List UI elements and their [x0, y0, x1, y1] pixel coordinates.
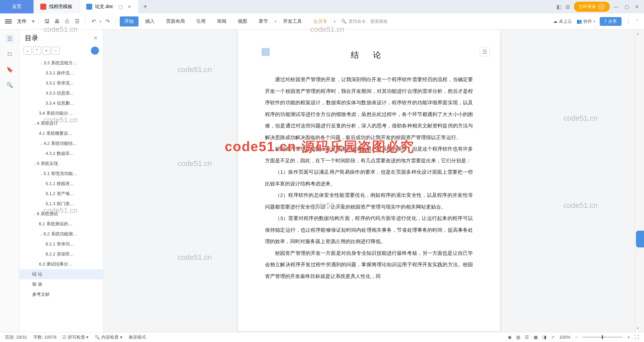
- save-icon[interactable]: 🖫: [43, 17, 51, 25]
- remove-icon[interactable]: −: [52, 47, 60, 55]
- search-rail-icon[interactable]: 🔍: [6, 81, 14, 89]
- ribbon-devtools[interactable]: 开发工具: [278, 16, 307, 26]
- view-mode-icon[interactable]: ▥: [516, 335, 520, 340]
- bookmark-icon[interactable]: 🔖: [6, 65, 14, 73]
- collapse-icon[interactable]: ⌃: [635, 19, 639, 24]
- outline-item[interactable]: 3.3.3 信息添…: [19, 88, 103, 98]
- outline-item[interactable]: ⌄4.2 系统功能结…: [19, 138, 103, 149]
- outline-item[interactable]: ⌄6 系统测试: [19, 209, 103, 219]
- outline-item[interactable]: 4.3.2 数据库…: [19, 149, 103, 159]
- zoom-value[interactable]: 100%: [559, 335, 571, 340]
- print-icon[interactable]: 🖶: [53, 17, 61, 25]
- share-button[interactable]: ⤴ 分享: [600, 17, 622, 26]
- ai-icon[interactable]: [91, 47, 99, 55]
- ribbon-chapter[interactable]: 章节: [254, 16, 273, 26]
- scroll-up-icon[interactable]: ▴: [637, 32, 639, 35]
- compat-mode[interactable]: 兼容模式: [128, 334, 146, 340]
- add-icon[interactable]: +: [42, 47, 50, 55]
- zoom-slider[interactable]: [582, 337, 623, 338]
- layout-mode-icon[interactable]: ☰: [525, 335, 529, 340]
- paragraph-handle-icon[interactable]: [262, 48, 270, 56]
- window-icon[interactable]: ▢: [118, 4, 123, 9]
- outline-list[interactable]: ⌄3.3 系统流程方…3.3.1 操作流…3.3.2 登录流…3.3.3 信息添…: [19, 58, 103, 332]
- zoom-in-icon[interactable]: +: [627, 335, 630, 340]
- outline-item[interactable]: 5.1.2 资产维…: [19, 189, 103, 199]
- cloud-status[interactable]: ☁ 未上云: [553, 18, 572, 24]
- maximize-button[interactable]: ▢: [625, 4, 629, 9]
- vertical-scrollbar[interactable]: ▴ ▾: [635, 30, 644, 332]
- fit-icon[interactable]: ⤢: [551, 335, 555, 340]
- collab-button[interactable]: 👥 协作 ▾: [577, 18, 595, 24]
- fullscreen-icon[interactable]: ⛶: [635, 335, 639, 340]
- chevron-down-icon[interactable]: ⌄: [39, 232, 44, 236]
- chevron-down-icon[interactable]: ⌄: [39, 172, 44, 176]
- login-button[interactable]: 立即登录: [574, 2, 610, 12]
- close-button[interactable]: ✕: [635, 4, 639, 9]
- outline-item[interactable]: 结 论: [19, 269, 103, 279]
- outline-item[interactable]: 3.3.1 操作流…: [19, 68, 103, 78]
- chevron-down-icon[interactable]: ⌄: [32, 212, 37, 216]
- outline-item[interactable]: ⌄5 系统实现: [19, 159, 103, 169]
- new-tab-button[interactable]: +: [138, 3, 152, 11]
- collapse-all-icon[interactable]: ⌄: [23, 47, 32, 55]
- spell-check[interactable]: ☑ 拼写检查 ▾: [62, 334, 89, 340]
- layout-icon[interactable]: ◧: [556, 4, 561, 10]
- chevron-down-icon[interactable]: ⌄: [32, 162, 37, 166]
- chevron-down-icon[interactable]: ⌄: [32, 122, 37, 125]
- format-icon[interactable]: ☰: [73, 17, 81, 25]
- tab-template[interactable]: 找稻壳模板: [34, 0, 79, 13]
- preview-icon[interactable]: ⎙: [63, 17, 71, 25]
- scroll-down-icon[interactable]: ▾: [637, 326, 639, 330]
- redo-icon[interactable]: ↷: [103, 17, 111, 25]
- ribbon-reference[interactable]: 引用: [192, 16, 210, 26]
- content-check[interactable]: 🔍 内容检查 ▾: [95, 334, 122, 340]
- close-icon[interactable]: ✕: [127, 4, 131, 9]
- outline-item[interactable]: 6.3 测试结果分…: [19, 259, 103, 269]
- read-mode-icon[interactable]: ◨: [542, 335, 546, 340]
- eye-icon[interactable]: ◉: [508, 335, 512, 340]
- grid-mode-icon[interactable]: ▦: [534, 335, 538, 340]
- outline-item[interactable]: 3.4 系统功能分…: [19, 108, 103, 118]
- chevron-down-icon[interactable]: ⌄: [39, 142, 44, 146]
- folder-icon[interactable]: 🗀: [6, 50, 14, 58]
- menu-icon[interactable]: [5, 19, 12, 23]
- ribbon-insert[interactable]: 插入: [141, 16, 159, 26]
- tab-document[interactable]: 论文.doc ▢ ✕: [79, 0, 138, 13]
- float-menu-icon[interactable]: ☰: [480, 47, 490, 56]
- file-menu[interactable]: 文件: [14, 18, 30, 24]
- outline-item[interactable]: 5.1.3 部门类…: [19, 199, 103, 209]
- outline-item[interactable]: 6.1 系统测试的…: [19, 219, 103, 229]
- outline-item[interactable]: 致 谢: [19, 279, 103, 289]
- outline-icon[interactable]: ☰: [6, 35, 14, 43]
- apps-icon[interactable]: ⊞: [566, 4, 570, 10]
- outline-item[interactable]: 5.1.1 校园资…: [19, 179, 103, 189]
- side-panel-tab[interactable]: [636, 231, 644, 247]
- minimize-button[interactable]: —: [614, 4, 619, 9]
- word-count[interactable]: 字数: 10578: [33, 334, 56, 340]
- more-icon[interactable]: ⋮: [626, 19, 631, 24]
- outline-item[interactable]: 6.2.1 登录功…: [19, 239, 103, 249]
- outline-item[interactable]: ⌄6.2 系统功能测…: [19, 229, 103, 239]
- ribbon-search[interactable]: 🔍 查找命令、搜索模板: [341, 18, 388, 24]
- outline-item[interactable]: 3.3.4 信息删…: [19, 98, 103, 108]
- zoom-out-icon[interactable]: −: [575, 335, 578, 340]
- outline-item[interactable]: 6.2.2 添加班…: [19, 249, 103, 259]
- ribbon-member[interactable]: 会员专: [309, 16, 332, 26]
- chevron-down-icon[interactable]: ⌄: [39, 61, 44, 65]
- expand-all-icon[interactable]: ⌃: [33, 47, 41, 55]
- undo-icon[interactable]: ↶: [90, 17, 98, 25]
- outline-close-icon[interactable]: ✕: [93, 35, 98, 41]
- ribbon-layout[interactable]: 页面布局: [161, 16, 190, 26]
- ribbon-view[interactable]: 视图: [233, 16, 252, 26]
- ribbon-home[interactable]: 开始: [120, 16, 139, 26]
- outline-item[interactable]: ⌄5.1 管理员功能…: [19, 169, 103, 179]
- page-number[interactable]: 页面: 29/31: [5, 334, 27, 340]
- outline-item[interactable]: 3.3.2 登录流…: [19, 78, 103, 88]
- outline-item[interactable]: ⌄3.3 系统流程方…: [19, 58, 103, 68]
- tab-home[interactable]: 首页: [0, 0, 34, 13]
- document-area[interactable]: ☰ 结 论 通过对校园资产管理的开发，让我深刻明白开发一个程序软件需要经历的流程…: [103, 30, 635, 332]
- outline-item[interactable]: 4.1 系统概要设…: [19, 128, 103, 138]
- ribbon-review[interactable]: 审阅: [212, 16, 231, 26]
- outline-item[interactable]: ⌄4 系统设计: [19, 118, 103, 128]
- outline-item[interactable]: 参考文献: [19, 289, 103, 299]
